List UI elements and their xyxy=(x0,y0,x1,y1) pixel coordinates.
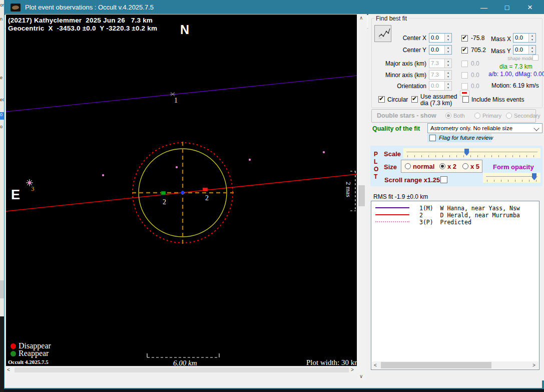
chord2-line-swatch xyxy=(375,214,409,215)
circular-label: Circular xyxy=(387,96,408,103)
quality-value: Astrometry only. No reliable size xyxy=(430,125,512,131)
center-y-spinner[interactable]: 0.0 ▲▼ xyxy=(429,45,452,55)
major-offset-value: 0.0 xyxy=(471,60,479,67)
plot-letter-t: T xyxy=(374,173,377,180)
form-opacity-slider[interactable] xyxy=(483,173,540,183)
chord-row-3[interactable]: 3(P) Predicted xyxy=(371,218,539,225)
minor-offset-value: 0.0 xyxy=(471,72,479,79)
mass-x-spinner[interactable]: 0.0 ▲▼ xyxy=(513,33,536,43)
minor-axis-spinner[interactable]: 7.3 ▲▼ xyxy=(429,70,452,80)
orientation-label: Orientation xyxy=(376,83,426,90)
size-x2-radio[interactable] xyxy=(439,163,445,169)
mass-y-label: Mass Y xyxy=(491,48,511,55)
quality-combobox[interactable]: Astrometry only. No reliable size xyxy=(427,123,542,133)
use-assumed-label-2: dia (7.3 km) xyxy=(420,100,452,107)
quality-label: Quality of the fit xyxy=(372,125,420,132)
scroll-left-icon[interactable]: < xyxy=(7,367,10,372)
size-x5-radio[interactable] xyxy=(462,163,468,169)
center-x-arrows[interactable]: ▲▼ xyxy=(444,34,451,42)
bg-text-fragment: e xyxy=(0,75,3,80)
orientation-arrows: ▲▼ xyxy=(444,82,451,90)
close-button[interactable]: × xyxy=(518,0,541,15)
chord-listbox[interactable]: 1(M) W Hanna, near Yass, Nsw 2 D Herald,… xyxy=(371,201,539,370)
scroll-down-icon[interactable]: ∨ xyxy=(359,373,363,379)
mass-x-label: Mass X xyxy=(491,36,511,43)
background-window-sliver: or n e ec 0 o xyxy=(0,0,4,392)
include-miss-label: Include Miss events xyxy=(471,96,524,103)
mass-y-value: 0.0 xyxy=(515,47,523,53)
minor-axis-arrows: ▲▼ xyxy=(444,71,451,79)
mass-y-arrows[interactable]: ▲▼ xyxy=(528,46,535,54)
spin-up-icon[interactable]: ▲ xyxy=(445,34,451,38)
shape-model-checkbox[interactable] xyxy=(532,55,538,61)
horizontal-scroll-thumb[interactable] xyxy=(15,367,349,372)
double-secondary-radio[interactable] xyxy=(506,113,512,119)
double-primary-radio[interactable] xyxy=(474,113,480,119)
plot-horizontal-scrollbar[interactable]: < > xyxy=(6,366,356,373)
double-both-radio[interactable] xyxy=(445,113,451,119)
orientation-offset-checkbox[interactable] xyxy=(461,83,468,90)
center-y-value: 0.0 xyxy=(431,47,439,53)
center-dot xyxy=(181,191,185,195)
scroll-up-icon[interactable]: ∧ xyxy=(359,15,363,21)
mas-label: 2 mas xyxy=(345,182,352,197)
plot-canvas[interactable]: (20217) Kathyclemmer 2025 Jun 26 7.3 km … xyxy=(6,14,357,366)
scroll-right-icon[interactable]: > xyxy=(532,362,535,368)
bg-grey-box xyxy=(0,280,4,298)
circular-checkbox[interactable]: ✔ xyxy=(378,96,385,103)
window-titlebar[interactable]: Plot event observations : Occult v.4.202… xyxy=(5,0,542,15)
plot-letter-l: L xyxy=(374,158,377,165)
offset-y-checkbox[interactable]: ✔ xyxy=(461,47,468,54)
plot-vertical-scrollbar[interactable]: ∧ ∨ xyxy=(357,14,367,380)
bg-text-fragment: ec xyxy=(0,97,4,102)
marker2b-label: 2 xyxy=(205,194,209,202)
flag-review-checkbox[interactable] xyxy=(429,135,436,141)
plot-width-label: Plot width: 30 km xyxy=(306,358,357,366)
orientation-spinner[interactable]: 0.0 ▲▼ xyxy=(429,81,452,91)
scroll-right-icon[interactable]: > xyxy=(351,367,354,372)
chord-row-2[interactable]: 2 D Herald, near Murrumba xyxy=(371,211,539,218)
spin-up-icon[interactable]: ▲ xyxy=(445,46,451,50)
red-bar-icon xyxy=(462,92,467,94)
listbox-scroll-thumb[interactable] xyxy=(381,362,491,368)
minimize-button[interactable]: — xyxy=(472,0,495,15)
plot-letter-o: O xyxy=(374,166,378,173)
spin-down-icon[interactable]: ▼ xyxy=(529,38,535,42)
bg-dark-area xyxy=(0,316,4,392)
scale-slider[interactable] xyxy=(403,148,540,158)
major-offset-checkbox[interactable] xyxy=(461,61,468,67)
spin-down-icon[interactable]: ▼ xyxy=(445,38,451,42)
spin-up-icon[interactable]: ▲ xyxy=(529,34,535,38)
vertical-scroll-thumb[interactable] xyxy=(358,185,365,206)
mass-x-arrows[interactable]: ▲▼ xyxy=(528,34,535,42)
mass-y-spinner[interactable]: 0.0 ▲▼ xyxy=(513,45,536,55)
plot-graphics: 1 2 2 3 2 mas 6.00 km Plot width xyxy=(6,15,357,366)
spin-up-icon[interactable]: ▲ xyxy=(529,46,535,50)
reappear-marker xyxy=(161,191,166,195)
major-axis-spinner[interactable]: 7.3 ▲▼ xyxy=(429,59,452,68)
check-icon: ✔ xyxy=(462,46,467,53)
size-x2-label: x 2 xyxy=(447,163,456,170)
scale-slider-thumb[interactable] xyxy=(464,149,469,156)
form-opacity-label: Form opacity xyxy=(493,163,534,171)
slider-track xyxy=(486,176,537,177)
use-assumed-dia-checkbox[interactable]: ✔ xyxy=(411,96,418,103)
scroll-range-checkbox[interactable] xyxy=(440,176,447,183)
center-x-spinner[interactable]: 0.0 ▲▼ xyxy=(429,33,452,43)
offset-x-checkbox[interactable]: ✔ xyxy=(461,35,468,42)
spin-down-icon[interactable]: ▼ xyxy=(445,50,451,54)
shape-model-label: Shape model xyxy=(507,56,534,61)
spin-down-icon[interactable]: ▼ xyxy=(529,50,535,54)
reappear-legend-label: Reappear xyxy=(19,349,49,358)
maximize-button[interactable]: □ xyxy=(495,0,518,15)
app-icon xyxy=(11,4,21,12)
include-miss-checkbox[interactable] xyxy=(462,96,469,103)
minor-offset-checkbox[interactable] xyxy=(461,72,468,79)
chord-row-1[interactable]: 1(M) W Hanna, near Yass, Nsw xyxy=(371,204,539,211)
center-y-arrows[interactable]: ▲▼ xyxy=(444,46,451,54)
offset-x-value: -75.8 xyxy=(471,35,484,42)
form-opacity-slider-thumb[interactable] xyxy=(532,173,536,180)
listbox-horizontal-scrollbar[interactable]: < > xyxy=(372,361,538,369)
size-normal-radio[interactable] xyxy=(405,163,411,169)
scroll-left-icon[interactable]: < xyxy=(374,362,377,368)
